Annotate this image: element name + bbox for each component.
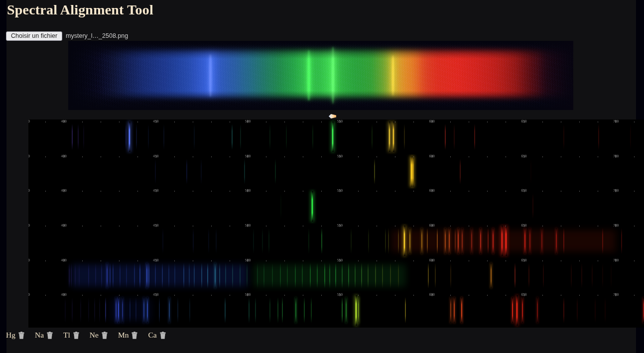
ruler-minor-tick <box>137 295 138 296</box>
ruler-label: 450 <box>153 119 158 123</box>
ruler-minor-tick <box>413 121 414 122</box>
ruler-minor-tick <box>377 156 377 157</box>
emission-line <box>134 263 135 289</box>
emission-line <box>602 263 603 289</box>
emission-line <box>409 228 410 254</box>
ruler-minor-tick <box>266 121 266 122</box>
ruler-minor-tick <box>506 156 506 157</box>
ruler-minor-tick <box>193 260 193 261</box>
ruler-minor-tick <box>561 121 561 122</box>
ruler-label: 650 <box>521 119 526 123</box>
choose-file-button[interactable]: Choisir un fichier <box>6 31 62 41</box>
ruler-minor-tick <box>174 191 175 192</box>
ruler-minor-tick <box>119 295 120 296</box>
emission-line <box>71 263 72 289</box>
remove-hg-button[interactable] <box>18 332 25 339</box>
emission-line <box>427 228 428 254</box>
emission-line <box>308 228 309 254</box>
ruler-minor-tick <box>450 121 451 122</box>
ruler-minor-tick <box>395 260 395 261</box>
emission-line <box>571 263 572 289</box>
ruler-label: 450 <box>153 293 158 297</box>
emission-line <box>491 263 492 289</box>
mystery-spectrum-canvas[interactable] <box>68 41 573 110</box>
remove-mn-button[interactable] <box>131 332 138 339</box>
emission-line <box>450 297 451 323</box>
emission-line <box>135 297 136 323</box>
ruler-minor-tick <box>303 260 303 261</box>
spectrum-row-hg[interactable]: 380400450500550600650700 <box>28 119 644 154</box>
emission-line <box>244 159 245 185</box>
emission-line <box>445 124 446 150</box>
ruler-minor-tick <box>561 260 561 261</box>
reference-spectra-panel[interactable]: 3804004505005506006507003804004505005506… <box>28 119 644 328</box>
emission-line <box>375 263 376 289</box>
emission-line <box>358 297 359 323</box>
emission-line <box>216 228 217 254</box>
emission-line <box>630 124 631 150</box>
emission-line <box>563 297 564 323</box>
emission-line <box>126 124 127 150</box>
ruler-minor-tick <box>542 260 543 261</box>
ruler-minor-tick <box>284 191 285 192</box>
remove-na-button[interactable] <box>46 332 53 339</box>
emission-line <box>462 228 463 254</box>
element-legend: HgNaTlNeMnCa <box>6 330 166 341</box>
emission-line <box>577 297 578 323</box>
ruler-minor-tick <box>137 121 138 122</box>
emission-line <box>194 124 195 150</box>
emission-line <box>532 193 533 219</box>
emission-line <box>193 228 194 254</box>
emission-line <box>480 228 481 254</box>
spectrum-row-mn[interactable]: 380400450500550600650700 <box>28 258 644 293</box>
ruler-minor-tick <box>450 226 451 227</box>
emission-line <box>201 263 202 289</box>
emission-line <box>581 263 582 289</box>
ruler-label: 500 <box>245 119 251 123</box>
ruler-minor-tick <box>321 121 322 122</box>
emission-line <box>189 297 190 323</box>
emission-line <box>269 124 270 150</box>
emission-line <box>611 263 612 289</box>
ruler-minor-tick <box>395 191 395 192</box>
spectrum-row-ne[interactable]: 380400450500550600650700 <box>28 224 644 258</box>
emission-line <box>455 228 456 254</box>
ruler-minor-tick <box>119 191 120 192</box>
ruler-minor-tick <box>119 121 120 122</box>
ruler-minor-tick <box>174 260 175 261</box>
file-input: Choisir un fichier mystery_l…_2508.png <box>6 31 128 41</box>
ruler-minor-tick <box>579 295 580 296</box>
ruler-minor-tick <box>358 121 359 122</box>
emission-line <box>174 263 175 289</box>
spectrum-glow-band <box>71 264 248 287</box>
emission-line <box>329 263 330 289</box>
emission-line <box>225 263 226 289</box>
ruler-minor-tick <box>119 260 120 261</box>
ruler-minor-tick <box>413 295 414 296</box>
emission-line <box>129 297 130 323</box>
ruler-label: 650 <box>521 189 526 193</box>
remove-ne-button[interactable] <box>101 332 108 339</box>
ruler-minor-tick <box>284 295 285 296</box>
ruler-label: 380 <box>28 293 30 297</box>
ruler-minor-tick <box>119 156 120 157</box>
emission-line <box>194 263 195 289</box>
emission-line <box>435 263 436 289</box>
emission-line <box>99 297 100 323</box>
spectrum-row-ca[interactable]: 380400450500550600650700 <box>28 293 644 328</box>
remove-ca-button[interactable] <box>159 332 166 339</box>
ruler-minor-tick <box>358 191 359 192</box>
emission-line <box>450 263 451 289</box>
ruler-label: 500 <box>245 154 251 158</box>
spectrum-row-tl[interactable]: 380400450500550600650700 <box>28 189 644 224</box>
remove-tl-button[interactable] <box>73 332 80 339</box>
spectrum-row-na[interactable]: 380400450500550600650700 <box>28 154 644 189</box>
ruler-label: 600 <box>429 293 434 297</box>
emission-line <box>116 297 117 323</box>
emission-line <box>287 263 288 289</box>
ruler-label: 400 <box>61 293 66 297</box>
ruler-minor-tick <box>579 191 580 192</box>
ruler-label: 700 <box>613 119 619 123</box>
ruler-label: 600 <box>429 189 434 193</box>
ruler-label: 380 <box>28 258 30 262</box>
